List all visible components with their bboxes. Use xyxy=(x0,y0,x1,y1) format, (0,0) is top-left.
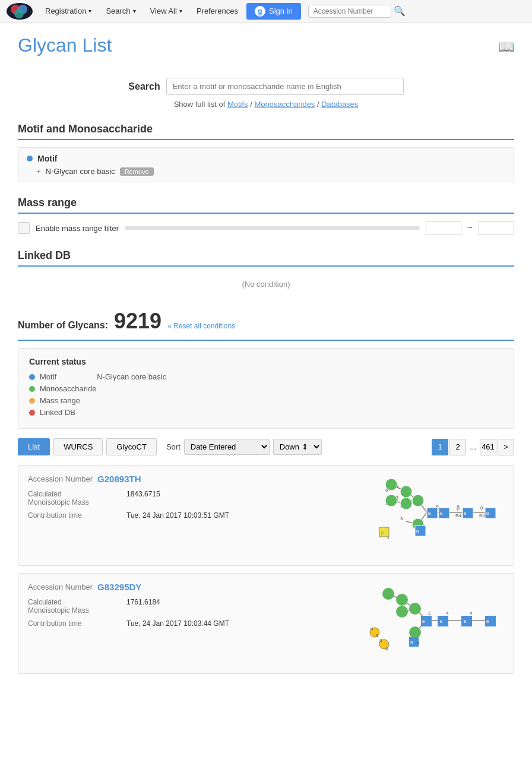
search-icon[interactable]: 🔍 xyxy=(394,5,406,17)
remove-motif-button[interactable]: Remove xyxy=(120,167,154,176)
mass-max-input[interactable] xyxy=(479,221,514,235)
chevron-down-icon: ▾ xyxy=(179,8,182,14)
logo[interactable] xyxy=(5,2,34,21)
svg-point-58 xyxy=(396,606,408,618)
status-mass-key: Mass range xyxy=(40,396,80,405)
svg-text:β: β xyxy=(379,638,382,643)
page-461-button[interactable]: 461 xyxy=(480,439,496,455)
status-box: Current status Motif N-Glycan core basic… xyxy=(18,348,514,429)
status-title: Current status xyxy=(29,357,503,366)
mass-label-1: CalculatedMonoisotopic Mass xyxy=(28,490,123,507)
linked-db-section: Linked DB (No condition) xyxy=(18,249,514,295)
mass-range-checkbox[interactable] xyxy=(18,222,30,234)
svg-point-33 xyxy=(385,495,397,507)
nav-preferences[interactable]: Preferences xyxy=(191,4,244,18)
page-ellipsis: ... xyxy=(467,442,479,451)
svg-text:β: β xyxy=(381,531,384,536)
no-condition: (No condition) xyxy=(18,274,514,295)
mass-value-1: 1843.6715 xyxy=(126,490,160,507)
svg-text:B4: B4 xyxy=(479,513,485,518)
svg-point-29 xyxy=(412,495,424,507)
reset-conditions-link[interactable]: « Reset all conditions xyxy=(167,322,235,330)
monosaccharides-link[interactable]: Monosaccharides xyxy=(254,100,315,109)
plus-icon: + xyxy=(36,167,41,176)
status-row-mass: Mass range xyxy=(29,396,503,405)
status-dot-blue xyxy=(29,374,35,380)
svg-rect-63 xyxy=(438,616,448,626)
mass-label-2: CalculatedMonoisotopic Mass xyxy=(28,598,123,615)
motif-dot xyxy=(27,156,33,162)
accession-value-1[interactable]: G20893TH xyxy=(97,474,141,484)
list-controls: List WURCS GlycoCT Sort Date Entered Acc… xyxy=(18,438,514,455)
page-next-button[interactable]: > xyxy=(498,439,514,455)
book-icon[interactable]: 📖 xyxy=(498,39,514,55)
mass-range-title: Mass range xyxy=(18,197,514,214)
nav-view-all[interactable]: View All ▾ xyxy=(144,4,188,18)
accession-search-input[interactable] xyxy=(308,5,391,18)
svg-point-59 xyxy=(382,588,394,600)
page-1-button[interactable]: 1 xyxy=(432,439,448,455)
accession-label-2: Accession Number xyxy=(28,583,93,591)
motif-section-title: Motif and Monosaccharide xyxy=(18,123,514,140)
status-linked-key: Linked DB xyxy=(40,408,75,417)
motif-section: Motif and Monosaccharide Motif + N-Glyca… xyxy=(18,123,514,182)
svg-text:4: 4 xyxy=(387,536,390,540)
status-row-monosaccharide: Monosaccharide xyxy=(29,384,503,393)
accession-value-2[interactable]: G83295DY xyxy=(97,582,141,592)
nav-items: Registration ▾ Search ▾ View All ▾ Prefe… xyxy=(39,3,527,20)
main-content: Glycan List 📖 Search Show full list of M… xyxy=(0,23,532,693)
show-full-list: Show full list of Motifs / Monosaccharid… xyxy=(18,100,514,109)
tab-glycoct[interactable]: GlycoCT xyxy=(106,438,157,455)
motifs-link[interactable]: Motifs xyxy=(227,100,248,109)
page-2-button[interactable]: 2 xyxy=(449,439,466,455)
svg-text:B: B xyxy=(440,511,443,515)
motif-item-label: N-Glycan core basic xyxy=(46,167,115,176)
svg-text:B4: B4 xyxy=(455,513,461,518)
mass-value-2: 1761.6184 xyxy=(126,598,160,615)
mass-range-label: Enable mass range filter xyxy=(36,224,119,233)
search-label: Search xyxy=(128,81,160,92)
accession-label-1: Accession Number xyxy=(28,474,93,483)
sort-direction-select[interactable]: Down ⇕ Up ⇕ xyxy=(273,439,322,455)
svg-text:B: B xyxy=(486,511,489,515)
chevron-down-icon: ▾ xyxy=(88,8,91,14)
svg-text:4: 4 xyxy=(417,640,420,645)
status-motif-value: N-Glycan core basic xyxy=(97,372,166,381)
status-motif-key: Motif xyxy=(40,372,56,381)
glycan-image-1: α β β α α α β B4 B4 β B4 3 3 6 3 xyxy=(350,474,504,557)
page-title: Glycan List xyxy=(18,34,112,56)
signin-button[interactable]: g Sign in xyxy=(246,3,301,20)
search-input[interactable] xyxy=(166,78,404,95)
tab-list[interactable]: List xyxy=(18,438,50,455)
mass-range-section: Mass range Enable mass range filter ~ xyxy=(18,197,514,235)
svg-text:B: B xyxy=(416,530,419,534)
svg-text:B: B xyxy=(464,511,467,515)
contribution-label-1: Contribution time xyxy=(28,511,123,520)
result-card-1: Accession Number G20893TH CalculatedMono… xyxy=(18,465,514,566)
svg-text:B: B xyxy=(422,619,425,623)
svg-text:2: 2 xyxy=(428,610,431,616)
svg-point-30 xyxy=(400,486,412,498)
mass-min-input[interactable] xyxy=(426,221,461,235)
svg-text:α: α xyxy=(480,505,483,511)
contribution-value-2: Tue, 24 Jan 2017 10:03:44 GMT xyxy=(126,619,229,628)
tab-wurcs[interactable]: WURCS xyxy=(53,438,103,455)
sort-select[interactable]: Date Entered Accession Number Mass xyxy=(184,439,270,455)
chevron-down-icon: ▾ xyxy=(133,8,136,14)
motif-label: Motif xyxy=(37,154,57,163)
svg-text:4: 4 xyxy=(385,646,388,651)
databases-link[interactable]: Databases xyxy=(321,100,358,109)
sort-label: Sort xyxy=(166,442,180,451)
nav-search[interactable]: Search ▾ xyxy=(100,4,141,18)
svg-rect-64 xyxy=(461,616,472,626)
nav-registration[interactable]: Registration ▾ xyxy=(39,4,97,18)
mass-range-controls: Enable mass range filter ~ xyxy=(18,221,514,235)
status-dot-yellow xyxy=(29,398,35,404)
svg-text:3: 3 xyxy=(376,633,379,638)
glycan-image-2: B B B B B 4 4 2 4 α 3 β 4 xyxy=(350,582,504,665)
svg-point-32 xyxy=(385,479,397,490)
svg-point-31 xyxy=(400,498,412,509)
motif-filter-box: Motif + N-Glycan core basic Remove xyxy=(18,147,514,182)
result-card-2: Accession Number G83295DY CalculatedMono… xyxy=(18,573,514,674)
svg-point-3 xyxy=(14,9,24,18)
